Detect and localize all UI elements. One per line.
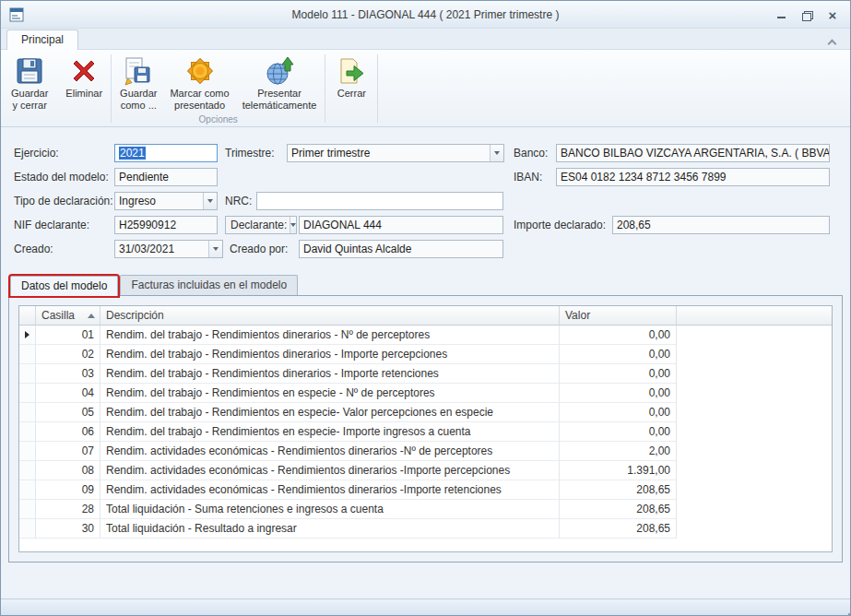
ribbon-separator [111, 54, 112, 123]
cell-casilla: 02 [36, 345, 100, 364]
nif-declarante-field[interactable]: H25990912 [114, 216, 218, 234]
tab-datos-del-modelo[interactable]: Datos del modelo [10, 276, 118, 296]
declarante-field[interactable]: DIAGONAL 444 [299, 216, 503, 234]
nrc-label: NRC: [225, 192, 252, 210]
cell-valor: 0,00 [560, 422, 677, 442]
creado-por-field[interactable]: David Quintas Alcalde [299, 240, 503, 258]
table-row[interactable]: 28 Total liquidación - Suma retenciones … [19, 500, 832, 519]
nif-declarante-value: H25990912 [119, 219, 176, 231]
cell-valor: 0,00 [560, 384, 677, 403]
ribbon-tab-row: Principal [1, 29, 850, 50]
cell-filler [677, 384, 832, 403]
grid-header-valor[interactable]: Valor [560, 306, 677, 325]
restore-button[interactable] [797, 6, 817, 24]
cell-valor: 208,65 [560, 480, 677, 500]
creado-dropdown-button[interactable] [208, 241, 222, 257]
grid-header-casilla-label: Casilla [41, 306, 75, 325]
estado-modelo-field[interactable]: Pendiente [114, 168, 218, 186]
table-row[interactable]: 01 Rendim. del trabajo - Rendimientos di… [19, 326, 832, 345]
restore-icon [802, 11, 811, 19]
eliminar-button[interactable]: Eliminar [59, 53, 109, 113]
declarante-dropdown-button[interactable] [290, 217, 296, 233]
ribbon-group-opciones: Guardar como ... Marcar como presentado [113, 52, 323, 126]
presentar-telematicamente-label: Presentar telemáticamente [242, 88, 317, 112]
cell-descripcion: Total liquidación - Resultado a ingresar [100, 519, 560, 539]
table-row[interactable]: 02 Rendim. del trabajo - Rendimientos di… [19, 345, 832, 364]
delete-icon [69, 56, 99, 86]
data-grid: Casilla Descripción Valor 01 Rendim. del… [18, 305, 833, 552]
declarante-label: Declarante: [226, 217, 290, 233]
minimize-icon [777, 17, 786, 18]
table-row[interactable]: 04 Rendim. del trabajo - Rendimientos en… [19, 384, 832, 403]
creado-value: 31/03/2021 [119, 243, 174, 255]
iban-field[interactable]: ES04 0182 1234 8712 3456 7899 [556, 168, 830, 186]
cerrar-button[interactable]: Cerrar [327, 53, 375, 113]
grid-header-descripcion[interactable]: Descripción [100, 306, 560, 325]
table-row[interactable]: 30 Total liquidación - Resultado a ingre… [19, 519, 832, 539]
tipo-declaracion-dropdown-button[interactable] [203, 193, 217, 209]
iban-value: ES04 0182 1234 8712 3456 7899 [561, 171, 727, 184]
chevron-down-icon [207, 199, 213, 203]
guardar-como-button[interactable]: Guardar como ... [113, 53, 163, 113]
trimestre-value: Primer trimestre [291, 147, 370, 160]
ribbon-group-caption: Opciones [113, 113, 323, 126]
marcar-como-presentado-label: Marcar como presentado [170, 88, 229, 112]
resize-grip[interactable] [845, 610, 846, 611]
exit-icon [337, 56, 366, 86]
ejercicio-field[interactable]: 2021 [114, 144, 218, 162]
declarante-selector[interactable]: Declarante: [225, 216, 297, 234]
banco-field[interactable]: BANCO BILBAO VIZCAYA ARGENTARIA, S.A. ( … [556, 144, 830, 162]
creado-label: Creado: [14, 240, 53, 258]
cell-valor: 1.391,00 [560, 461, 677, 480]
guardar-y-cerrar-label: Guardar y cerrar [11, 88, 48, 112]
importe-declarado-field[interactable]: 208,65 [612, 216, 830, 234]
close-button[interactable]: × [822, 6, 843, 24]
tab-principal[interactable]: Principal [6, 30, 78, 50]
table-row[interactable]: 07 Rendim. actividades económicas - Rend… [19, 442, 832, 461]
trimestre-dropdown-button[interactable] [490, 145, 503, 161]
banco-value: BANCO BILBAO VIZCAYA ARGENTARIA, S.A. ( … [561, 147, 830, 160]
title-bar: Modelo 111 - DIAGONAL 444 ( 2021 Primer … [1, 1, 850, 29]
table-row[interactable]: 09 Rendim. actividades económicas - Rend… [19, 480, 832, 500]
row-indicator [19, 442, 36, 461]
cell-filler [677, 403, 832, 422]
presentar-telematicamente-button[interactable]: Presentar telemáticamente [236, 53, 324, 113]
row-indicator [19, 326, 36, 345]
creado-field[interactable]: 31/03/2021 [114, 240, 223, 258]
window-title: Modelo 111 - DIAGONAL 444 ( 2021 Primer … [1, 8, 850, 21]
cell-valor: 2,00 [560, 442, 677, 461]
tab-facturas-incluidas[interactable]: Facturas incluidas en el modelo [120, 275, 298, 295]
creado-por-value: David Quintas Alcalde [303, 243, 411, 255]
cell-descripcion: Rendim. actividades económicas - Rendimi… [100, 480, 560, 500]
tipo-declaracion-field[interactable]: Ingreso [114, 192, 218, 210]
cell-filler [677, 519, 832, 539]
guardar-como-label: Guardar como ... [120, 88, 157, 112]
cerrar-label: Cerrar [337, 88, 366, 100]
row-arrow-icon [25, 331, 30, 338]
trimestre-field[interactable]: Primer trimestre [287, 144, 504, 162]
cell-valor: 208,65 [560, 519, 677, 539]
table-row[interactable]: 08 Rendim. actividades económicas - Rend… [19, 461, 832, 480]
minimize-button[interactable] [771, 6, 791, 24]
trimestre-label: Trimestre: [225, 144, 275, 162]
table-row[interactable]: 05 Rendim. del trabajo - Rendimientos en… [19, 403, 832, 422]
cell-valor: 208,65 [560, 500, 677, 519]
cell-filler [677, 345, 832, 364]
table-row[interactable]: 06 Rendim. del trabajo - Rendimientos en… [19, 422, 832, 442]
cell-valor: 0,00 [560, 403, 677, 422]
iban-label: IBAN: [514, 168, 542, 186]
marcar-como-presentado-button[interactable]: Marcar como presentado [163, 53, 235, 113]
ribbon-collapse-button[interactable] [824, 36, 839, 47]
creado-por-label: Creado por: [230, 240, 288, 258]
grid-header-casilla[interactable]: Casilla [36, 306, 100, 325]
cell-valor: 0,00 [560, 364, 677, 384]
eliminar-label: Eliminar [65, 88, 102, 100]
guardar-y-cerrar-button[interactable]: Guardar y cerrar [5, 53, 54, 113]
tipo-declaracion-value: Ingreso [119, 195, 156, 207]
table-row[interactable]: 03 Rendim. del trabajo - Rendimientos di… [19, 364, 832, 384]
row-indicator [19, 384, 36, 403]
cell-filler [677, 480, 832, 500]
tab-strip: Datos del modelo Facturas incluidas en e… [10, 275, 850, 295]
nrc-field[interactable] [256, 192, 503, 210]
grid-header-valor-label: Valor [565, 306, 590, 325]
